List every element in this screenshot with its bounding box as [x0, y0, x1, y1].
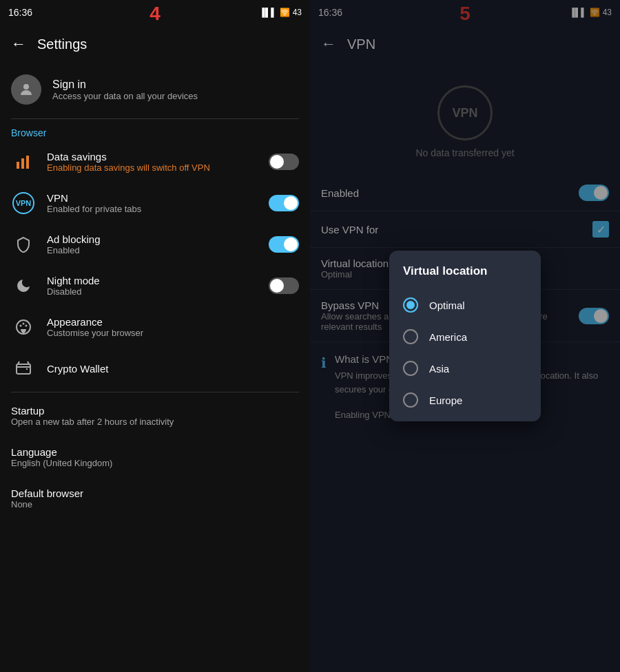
radio-optimal — [403, 297, 418, 313]
sign-in-subtitle: Access your data on all your devices — [52, 91, 198, 101]
language-item[interactable]: Language English (United Kingdom) — [0, 437, 310, 478]
option-optimal-label: Optimal — [429, 300, 465, 311]
option-asia-label: Asia — [429, 363, 449, 375]
page-title: Settings — [37, 36, 87, 52]
appearance-title: Appearance — [47, 316, 299, 328]
radio-asia — [403, 361, 418, 376]
browser-section-header: Browser — [0, 122, 310, 141]
appearance-content: Appearance Customise your browser — [47, 316, 299, 338]
bar-chart-icon — [11, 149, 36, 174]
data-savings-item[interactable]: Data savings Enabling data savings will … — [0, 141, 310, 182]
data-savings-title: Data savings — [47, 151, 258, 162]
vpn-title: VPN — [47, 192, 258, 204]
ad-blocking-title: Ad blocking — [47, 233, 258, 245]
battery-icon: 43 — [293, 8, 302, 17]
night-mode-content: Night mode Disabled — [47, 275, 258, 297]
startup-title: Startup — [11, 405, 299, 417]
data-savings-content: Data savings Enabling data savings will … — [47, 151, 258, 173]
left-panel: 16:36 4 ▐▌▌ 🛜 43 ← Settings Sign in Acce… — [0, 0, 310, 672]
vpn-content: VPN Enabled for private tabs — [47, 192, 258, 214]
ad-blocking-content: Ad blocking Enabled — [47, 233, 258, 255]
virtual-location-modal: Virtual location Optimal America Asia — [389, 251, 541, 421]
ad-blocking-item[interactable]: Ad blocking Enabled — [0, 224, 310, 265]
vpn-item[interactable]: VPN VPN Enabled for private tabs — [0, 182, 310, 224]
left-status-bar: 16:36 4 ▐▌▌ 🛜 43 — [0, 0, 310, 25]
wifi-icon: 🛜 — [280, 8, 290, 17]
vpn-icon: VPN — [11, 191, 36, 216]
crypto-wallet-item[interactable]: Crypto Wallet — [0, 348, 310, 389]
modal-option-optimal[interactable]: Optimal — [389, 289, 541, 321]
ad-blocking-toggle-knob — [284, 238, 298, 251]
svg-point-6 — [23, 323, 25, 325]
crypto-wallet-title: Crypto Wallet — [47, 363, 299, 375]
night-mode-toggle-knob — [270, 279, 284, 293]
night-mode-item[interactable]: Night mode Disabled — [0, 265, 310, 306]
data-savings-subtitle: Enabling data savings will switch off VP… — [47, 162, 258, 173]
svg-point-7 — [25, 325, 28, 327]
appearance-item[interactable]: Appearance Customise your browser — [0, 306, 310, 348]
sign-in-title: Sign in — [52, 78, 198, 91]
default-browser-item[interactable]: Default browser None — [0, 478, 310, 519]
appearance-subtitle: Customise your browser — [47, 328, 299, 338]
night-mode-title: Night mode — [47, 275, 258, 286]
shield-icon — [11, 232, 36, 257]
right-panel: 16:36 5 ▐▌▌ 🛜 43 ← VPN VPN No data trans… — [310, 0, 620, 672]
startup-item[interactable]: Startup Open a new tab after 2 hours of … — [0, 395, 310, 437]
radio-america — [403, 329, 418, 344]
modal-option-europe[interactable]: Europe — [389, 384, 541, 416]
crypto-wallet-content: Crypto Wallet — [47, 363, 299, 375]
modal-option-america[interactable]: America — [389, 321, 541, 353]
left-status-icons: ▐▌▌ 🛜 43 — [259, 8, 302, 17]
startup-subtitle: Open a new tab after 2 hours of inactivi… — [11, 417, 299, 427]
default-browser-title: Default browser — [11, 487, 299, 499]
modal-overlay[interactable]: Virtual location Optimal America Asia — [310, 0, 620, 672]
settings-top-bar: ← Settings — [0, 25, 310, 63]
vpn-toggle[interactable] — [269, 195, 299, 211]
palette-icon — [11, 315, 36, 339]
divider-1 — [11, 118, 299, 119]
data-savings-toggle-knob — [270, 155, 284, 169]
option-america-label: America — [429, 331, 467, 343]
svg-point-5 — [20, 325, 22, 327]
back-button[interactable]: ← — [11, 35, 26, 53]
sign-in-row[interactable]: Sign in Access your data on all your dev… — [0, 63, 310, 116]
avatar — [11, 74, 41, 105]
left-time: 16:36 — [8, 7, 32, 18]
svg-rect-2 — [21, 158, 24, 169]
night-mode-toggle[interactable] — [269, 277, 299, 294]
signal-icon: ▐▌▌ — [259, 8, 277, 17]
svg-rect-1 — [17, 162, 19, 169]
wallet-icon — [11, 356, 36, 381]
svg-point-0 — [23, 84, 29, 90]
night-mode-subtitle: Disabled — [47, 286, 258, 297]
data-savings-toggle[interactable] — [269, 154, 299, 170]
left-screen-number: 4 — [149, 3, 161, 25]
svg-rect-8 — [17, 364, 30, 374]
language-title: Language — [11, 446, 299, 458]
default-browser-subtitle: None — [11, 499, 299, 510]
modal-title: Virtual location — [389, 264, 541, 289]
sign-in-text: Sign in Access your data on all your dev… — [52, 78, 198, 101]
settings-list: Sign in Access your data on all your dev… — [0, 63, 310, 672]
divider-2 — [11, 392, 299, 392]
vpn-toggle-knob — [284, 196, 298, 210]
moon-icon — [11, 273, 36, 298]
radio-optimal-inner — [406, 301, 415, 309]
radio-europe — [403, 392, 418, 408]
ad-blocking-toggle[interactable] — [269, 236, 299, 253]
option-europe-label: Europe — [429, 395, 462, 406]
vpn-subtitle: Enabled for private tabs — [47, 204, 258, 214]
ad-blocking-subtitle: Enabled — [47, 245, 258, 255]
svg-rect-3 — [26, 156, 29, 169]
language-subtitle: English (United Kingdom) — [11, 458, 299, 468]
modal-option-asia[interactable]: Asia — [389, 353, 541, 384]
